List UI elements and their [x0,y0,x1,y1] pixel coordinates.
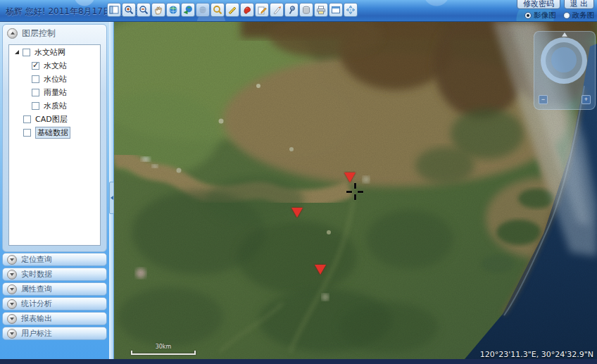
map-type-label: 影像图 [534,11,556,20]
sidebar: 图层控制 水文站网水文站水位站雨量站水质站CAD图层基础数据 定位查询实时数据属… [0,21,109,359]
accordion-属性查询[interactable]: 属性查询 [2,282,107,296]
accordion-定位查询[interactable]: 定位查询 [2,253,107,266]
tree-item-label[interactable]: CAD图层 [35,114,68,125]
tree-item-水文站网[interactable]: 水文站网 [9,46,100,58]
layer-control-panel: 图层控制 水文站网水文站水位站雨量站水质站CAD图层基础数据 [2,24,107,252]
clear-button[interactable] [240,3,254,17]
draw-button[interactable] [270,3,284,17]
navigator-zoom-in-button[interactable]: + [582,95,591,104]
pan-button[interactable] [151,3,165,17]
checkbox-unchecked[interactable] [32,75,39,83]
draw-icon [272,5,282,15]
tree-item-水位站[interactable]: 水位站 [9,73,100,85]
measure-icon [227,5,237,15]
tree-item-label[interactable]: 水位站 [44,74,67,84]
print-icon [316,5,326,15]
delete-button[interactable] [299,3,313,17]
logout-button[interactable]: 退 出 [564,0,595,9]
previous-extent-icon [183,5,193,15]
map-toolbar [107,3,358,17]
accordion-label: 实时数据 [21,269,52,280]
next-extent-button[interactable] [196,3,210,17]
accordion-统计分析[interactable]: 统计分析 [2,297,107,310]
chevron-down-icon[interactable] [7,299,17,309]
identify-button[interactable] [210,3,225,17]
toggle-panel-button[interactable] [107,3,121,17]
tree-item-label[interactable]: 基础数据 [35,127,70,139]
checkbox-unchecked[interactable] [32,89,39,96]
layer-control-title: 图层控制 [22,27,56,39]
accordion-label: 报表输出 [21,313,52,324]
edit-icon [257,5,267,15]
select-button[interactable] [284,3,298,17]
print-button[interactable] [314,3,328,17]
tree-item-水质站[interactable]: 水质站 [9,99,100,112]
chevron-down-icon[interactable] [7,284,17,294]
map-type-option-1[interactable]: 影像图 [524,11,556,20]
checkbox-unchecked[interactable] [32,102,39,110]
navigator-zoom-out-button[interactable]: − [539,95,548,104]
station-marker[interactable] [291,208,303,218]
station-marker[interactable] [344,172,356,182]
layer-control-header[interactable]: 图层控制 [3,25,106,42]
zoom-out-icon [139,5,149,15]
checkbox-unchecked[interactable] [23,129,31,137]
tree-item-雨量站[interactable]: 雨量站 [9,86,100,99]
zoom-in-button[interactable] [122,3,136,17]
chevron-down-icon[interactable] [7,270,17,280]
collapse-left-icon [111,196,113,200]
clear-icon [242,5,252,15]
full-extent-button[interactable] [166,3,180,17]
tree-expander-icon[interactable] [15,50,19,54]
tree-item-CAD图层[interactable]: CAD图层 [9,113,100,125]
tree-item-label[interactable]: 水质站 [44,101,67,111]
recenter-button[interactable] [344,3,358,17]
full-extent-icon [168,5,178,15]
change-password-button[interactable]: 修改密码 [517,0,560,9]
accordion-label: 定位查询 [21,254,52,265]
accordion-用户标注[interactable]: 用户标注 [2,327,107,340]
collapse-icon[interactable] [7,28,18,39]
station-marker[interactable] [315,265,326,275]
tree-item-label[interactable]: 水文站网 [34,47,65,58]
compass-knob[interactable] [551,47,577,73]
checkbox-unchecked[interactable] [23,115,31,123]
previous-extent-button[interactable] [181,3,195,17]
accordion-报表输出[interactable]: 报表输出 [2,312,107,325]
chevron-down-icon[interactable] [7,255,17,265]
layer-tree: 水文站网水文站水位站雨量站水质站CAD图层基础数据 [8,44,101,246]
next-extent-icon [198,5,208,15]
sidebar-splitter[interactable] [109,21,114,359]
tree-item-label[interactable]: 雨量站 [44,87,67,98]
chevron-down-icon[interactable] [7,329,17,339]
chevron-down-icon[interactable] [7,314,17,324]
measure-button[interactable] [225,3,239,17]
map-navigator[interactable]: − + [534,31,596,110]
top-bar: 杨辉 您好! 2011年8月17日 星期三 修改密码 退 出 影像图政务图 [0,0,597,22]
app-window: − + 30km 120°23'11.3"E, 30°24'32.9"N 图层控… [0,0,597,364]
sidebar-collapse-handle[interactable] [109,182,114,214]
toggle-panel-icon [109,5,119,15]
accordion-label: 属性查询 [21,284,52,294]
zoom-in-icon [124,5,134,15]
map-type-switch: 影像图政务图 [524,11,594,20]
checkbox-checked[interactable] [32,62,39,70]
compass-ring[interactable] [541,37,587,84]
identify-icon [213,5,222,15]
tree-item-label[interactable]: 水文站 [44,61,67,71]
accordion-label: 用户标注 [21,328,52,339]
overview-map-button[interactable] [329,3,343,17]
delete-icon [301,5,311,15]
tree-item-水文站[interactable]: 水文站 [9,59,100,72]
scale-line [131,351,196,355]
select-icon [287,5,296,15]
radio-selected-icon[interactable] [524,12,532,19]
tree-item-基础数据[interactable]: 基础数据 [9,126,100,139]
edit-button[interactable] [255,3,269,17]
radio-unselected-icon[interactable] [563,12,570,19]
scale-bar: 30km [131,344,196,355]
checkbox-unchecked[interactable] [23,49,30,56]
zoom-out-button[interactable] [137,3,151,17]
map-type-option-2[interactable]: 政务图 [563,11,595,20]
accordion-实时数据[interactable]: 实时数据 [2,268,107,281]
